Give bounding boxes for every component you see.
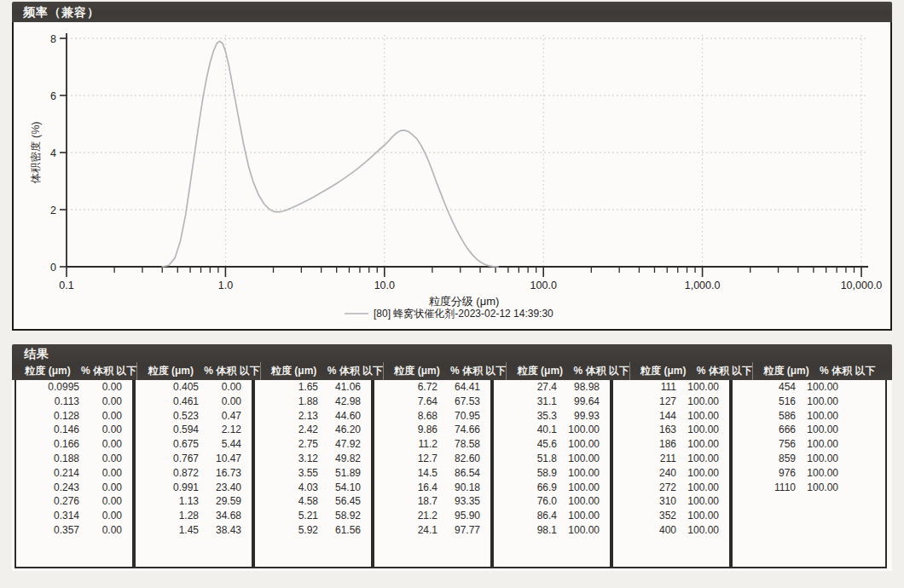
x-tick-label: 1,000.0	[685, 280, 721, 291]
results-group: 27.498.9831.199.6435.399.9340.1100.0045.…	[492, 380, 611, 568]
cell-volume-under: 51.89	[318, 466, 361, 481]
results-group-header: 粒度 (μm)% 体积 以下	[260, 362, 383, 380]
results-group: 0.09950.000.1130.000.1280.000.1460.000.1…	[14, 380, 134, 568]
cell-particle-size: 76.0	[494, 494, 557, 509]
cell-particle-size: 272	[613, 481, 676, 495]
table-row: 3.1249.82	[255, 452, 371, 466]
cell-particle-size: 27.4	[494, 380, 557, 395]
cell-volume-under: 0.00	[79, 437, 122, 452]
cell-volume-under: 23.40	[199, 481, 241, 495]
table-row: 1.2834.68	[136, 509, 252, 523]
cell-volume-under: 0.00	[79, 409, 122, 424]
table-row: 86.4100.00	[494, 509, 610, 523]
cell-particle-size: 756	[733, 437, 796, 452]
table-row: 14.586.54	[374, 466, 490, 481]
cell-volume-under: 42.98	[318, 395, 361, 409]
cell-particle-size: 0.767	[136, 452, 199, 466]
results-group-header: 粒度 (μm)% 体积 以下	[136, 362, 259, 380]
table-row: 127100.00	[613, 395, 729, 409]
cell-particle-size: 98.1	[494, 523, 557, 538]
cell-volume-under: 100.00	[557, 481, 600, 495]
cell-volume-under: 100.00	[796, 395, 838, 409]
table-row: 21.295.90	[374, 509, 490, 523]
cell-volume-under: 100.00	[557, 509, 600, 523]
cell-volume-under: 49.82	[318, 452, 361, 466]
table-row: 0.1880.00	[16, 452, 132, 466]
y-tick-label: 8	[50, 33, 56, 45]
cell-particle-size: 0.276	[16, 494, 79, 509]
y-axis-title: 体积密度 (%)	[30, 122, 42, 184]
cell-volume-under: 100.00	[796, 481, 838, 495]
cell-volume-under: 0.00	[79, 481, 122, 495]
cell-volume-under: 100.00	[557, 452, 600, 466]
table-row: 0.1660.00	[16, 437, 132, 452]
cell-volume-under: 0.00	[79, 509, 122, 523]
table-row: 1.6541.06	[255, 380, 371, 395]
cell-volume-under: 0.00	[79, 380, 122, 395]
table-row: 0.4050.00	[136, 380, 252, 395]
cell-volume-under: 82.60	[438, 452, 480, 466]
cell-particle-size: 310	[613, 494, 676, 509]
cell-volume-under: 100.00	[676, 380, 719, 395]
cell-particle-size: 516	[733, 395, 796, 409]
cell-particle-size: 1110	[733, 481, 796, 495]
cell-particle-size: 0.357	[16, 523, 79, 538]
table-row: 27.498.98	[494, 380, 610, 395]
cell-particle-size: 976	[733, 466, 796, 481]
x-tick-label: 10,000.0	[841, 280, 883, 291]
cell-particle-size: 16.4	[374, 481, 438, 495]
col-header-size: 粒度 (μm)	[14, 364, 81, 378]
cell-particle-size: 352	[613, 509, 676, 523]
y-tick-label: 4	[50, 147, 56, 159]
cell-volume-under: 100.00	[557, 466, 600, 481]
results-group: 1.6541.061.8842.982.1344.602.4246.202.75…	[253, 380, 373, 568]
col-header-volume-under: % 体积 以下	[450, 364, 506, 378]
cell-particle-size: 0.405	[136, 380, 199, 395]
table-row: 0.5942.12	[136, 423, 252, 437]
cell-particle-size: 1.65	[255, 380, 318, 395]
cell-volume-under: 74.66	[438, 423, 480, 437]
cell-volume-under: 0.00	[79, 494, 122, 509]
table-row: 9.8674.66	[374, 423, 490, 437]
cell-volume-under: 100.00	[557, 523, 600, 538]
table-row: 111100.00	[613, 380, 729, 395]
cell-volume-under: 100.00	[676, 423, 719, 437]
cell-particle-size: 4.03	[255, 481, 318, 495]
cell-volume-under: 100.00	[557, 494, 600, 509]
cell-particle-size: 400	[613, 523, 676, 538]
table-row: 0.3570.00	[16, 523, 132, 538]
table-row: 186100.00	[613, 437, 729, 452]
cell-particle-size: 9.86	[374, 423, 438, 437]
cell-volume-under: 29.59	[199, 494, 241, 509]
x-tick-label: 1.0	[218, 280, 233, 291]
x-tick-label: 100.0	[530, 280, 557, 291]
results-group-header: 粒度 (μm)% 体积 以下	[752, 362, 904, 380]
table-row: 859100.00	[733, 452, 885, 466]
cell-volume-under: 100.00	[796, 380, 838, 395]
frequency-chart: 024680.11.010.0100.01,000.010,000.0体积密度 …	[12, 22, 892, 331]
cell-volume-under: 95.90	[438, 509, 480, 523]
cell-volume-under: 99.93	[557, 409, 600, 424]
cell-particle-size: 35.3	[494, 409, 557, 424]
table-row: 1.8842.98	[255, 395, 371, 409]
cell-particle-size: 1.88	[255, 395, 318, 409]
table-row: 2.4246.20	[255, 423, 371, 437]
table-row: 11.278.58	[374, 437, 490, 452]
col-header-size: 粒度 (μm)	[261, 364, 327, 378]
y-tick-label: 6	[50, 90, 56, 102]
results-group: 0.4050.000.4610.000.5230.470.5942.120.67…	[134, 380, 253, 568]
cell-volume-under: 100.00	[676, 494, 719, 509]
table-row: 2.7547.92	[255, 437, 371, 452]
cell-volume-under: 44.60	[318, 409, 361, 424]
cell-volume-under: 100.00	[796, 466, 838, 481]
table-row: 0.5230.47	[136, 409, 252, 424]
table-row: 0.87216.73	[136, 466, 252, 481]
cell-particle-size: 5.92	[255, 523, 318, 538]
table-row: 16.490.18	[374, 481, 490, 495]
cell-particle-size: 0.113	[16, 395, 79, 409]
cell-volume-under: 0.00	[79, 423, 122, 437]
cell-particle-size: 454	[733, 380, 796, 395]
table-row: 0.1130.00	[16, 395, 132, 409]
table-row: 240100.00	[613, 466, 729, 481]
cell-volume-under: 97.77	[438, 523, 480, 538]
